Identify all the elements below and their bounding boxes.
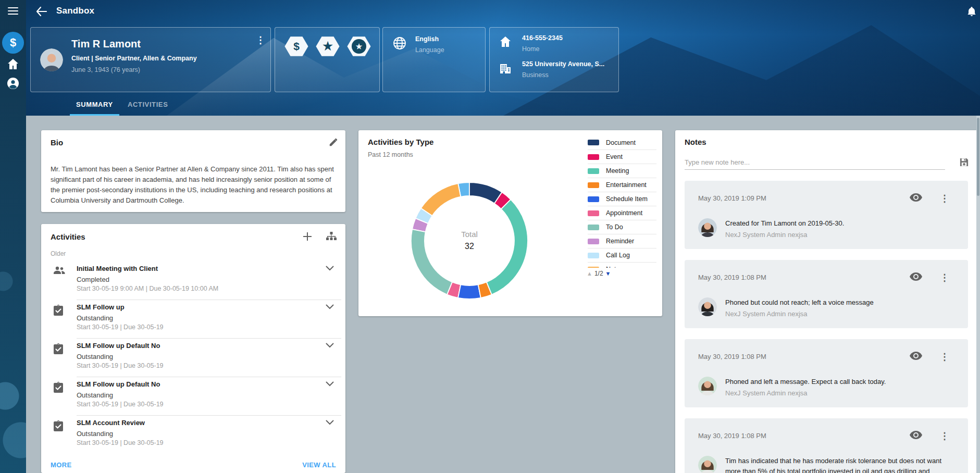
chevron-down-icon[interactable]: [326, 420, 334, 425]
new-note-input[interactable]: [685, 155, 945, 170]
legend-swatch: [588, 168, 599, 174]
vertical-scrollbar[interactable]: [976, 116, 980, 473]
tab-activities[interactable]: ACTIVITIES: [120, 94, 176, 116]
legend-swatch: [588, 196, 599, 202]
note-text: Phoned and left a message. Expect a call…: [725, 377, 952, 398]
legend-label: Schedule Item: [606, 195, 648, 203]
note-text-line: Phoned and left a message. Expect a call…: [725, 378, 886, 385]
chevron-down-icon[interactable]: [326, 381, 334, 387]
edit-pencil-icon[interactable]: [329, 138, 338, 147]
left-sidebar: [0, 0, 26, 473]
dollar-badge-icon[interactable]: [284, 36, 308, 57]
activity-dates: Start 30-05-19 9:00 AM | Due 30-05-19 10…: [77, 285, 218, 292]
contact-card: 416-555-2345 Home 525 University Avenue,…: [489, 27, 619, 92]
legend-swatch: [588, 225, 599, 230]
note-author-avatar: [698, 377, 717, 395]
activities-by-type-card: Activities by Type Past 12 months Total …: [358, 130, 662, 316]
note-menu-icon[interactable]: [940, 352, 949, 362]
activity-list-item[interactable]: Initial Meeting with Client Completed St…: [41, 262, 345, 300]
legend-item-appointment: Appointment: [588, 206, 656, 220]
note-item: May 30, 2019 1:09 PM Created for Tim Lam…: [685, 181, 968, 249]
legend-item-meeting: Meeting: [588, 164, 656, 178]
activity-list-item[interactable]: SLM Follow up Outstanding Start 30-05-19…: [41, 300, 345, 339]
legend-item-reminder: Reminder: [588, 234, 656, 248]
activity-dates: Start 30-05-19 | Due 30-05-19: [77, 323, 164, 331]
activities-card: Activities Older Initial Meeting with Cl…: [41, 224, 345, 473]
note-author-avatar: [698, 218, 717, 237]
eye-visibility-icon[interactable]: [910, 193, 922, 202]
badges-card: [275, 27, 380, 92]
language-value: English: [415, 35, 439, 43]
donut-segment-document[interactable]: [469, 182, 502, 203]
scrollbar-thumb[interactable]: [977, 118, 979, 196]
legend-page-down-icon[interactable]: [605, 270, 611, 277]
note-item: May 30, 2019 1:08 PM Tim has indicated t…: [685, 418, 968, 473]
more-button[interactable]: MORE: [51, 461, 72, 469]
note-menu-icon[interactable]: [940, 272, 949, 283]
activity-status: Outstanding: [77, 391, 113, 399]
chevron-down-icon[interactable]: [326, 343, 334, 348]
note-menu-icon[interactable]: [940, 431, 949, 441]
legend-swatch: [588, 140, 599, 145]
legend-item-to-do: To Do: [588, 220, 656, 234]
sidebar-item-dollar-logo[interactable]: [2, 32, 24, 54]
hierarchy-sitemap-icon[interactable]: [326, 231, 337, 242]
activity-dates: Start 30-05-19 | Due 30-05-19: [77, 362, 164, 369]
legend-page-up-icon[interactable]: [587, 270, 592, 277]
note-menu-icon[interactable]: [940, 193, 949, 204]
donut-segment-meeting[interactable]: [487, 200, 528, 295]
back-arrow-icon[interactable]: [35, 6, 47, 17]
bio-title: Bio: [51, 138, 63, 147]
sidebar-item-home[interactable]: [7, 58, 19, 70]
legend-label: Document: [606, 139, 636, 146]
donut-segment-schedule-item[interactable]: [458, 284, 481, 299]
legend-swatch: [588, 154, 599, 160]
activity-list-item[interactable]: SLM Follow up Default No Outstanding Sta…: [41, 339, 345, 377]
note-author: NexJ System Admin nexjsa: [725, 230, 952, 240]
chart-title: Activities by Type: [368, 138, 433, 146]
activity-list-item[interactable]: SLM Follow up Default No Outstanding Sta…: [41, 377, 345, 416]
legend-label: To Do: [606, 223, 623, 231]
view-all-button[interactable]: VIEW ALL: [302, 461, 336, 469]
legend-item-event: Event: [588, 150, 656, 164]
app-root: Sandbox Tim R Lamont Client | Senior Par…: [0, 0, 980, 473]
notes-list: May 30, 2019 1:09 PM Created for Tim Lam…: [685, 181, 968, 473]
eye-visibility-icon[interactable]: [910, 431, 922, 439]
task-clipboard-icon: [53, 420, 64, 432]
donut-segment-note[interactable]: [421, 183, 461, 216]
add-activity-icon[interactable]: [303, 232, 312, 241]
home-icon: [499, 36, 512, 47]
note-text: Phoned but could not reach; left a voice…: [725, 297, 952, 319]
eye-visibility-icon[interactable]: [910, 352, 922, 360]
notifications-bell-icon[interactable]: [966, 6, 977, 17]
star-badge-icon[interactable]: [316, 36, 340, 57]
legend-item-note: Note: [588, 262, 656, 268]
content-area: Bio Mr. Tim Lamont has been a Senior Par…: [26, 116, 980, 473]
activity-title: SLM Account Review: [77, 419, 145, 427]
activity-list-item[interactable]: SLM Account Review Outstanding Start 30-…: [41, 416, 345, 454]
chevron-down-icon[interactable]: [326, 266, 334, 271]
activity-title: Initial Meeting with Client: [77, 265, 158, 272]
person-card-menu-icon[interactable]: [256, 35, 265, 45]
legend-item-entertainment: Entertainment: [588, 178, 656, 192]
note-author-avatar: [698, 456, 717, 473]
note-author-avatar: [698, 297, 717, 316]
eye-visibility-icon[interactable]: [910, 272, 922, 281]
bio-card: Bio Mr. Tim Lamont has been a Senior Par…: [41, 130, 345, 212]
note-text-line: Created for Tim Lamont on 2019-05-30.: [725, 219, 844, 227]
bio-text: Mr. Tim Lamont has been a Senior Partner…: [51, 164, 338, 206]
tab-summary[interactable]: SUMMARY: [69, 94, 120, 116]
language-label: Language: [415, 46, 444, 54]
hamburger-menu-icon[interactable]: [8, 7, 18, 15]
save-note-icon[interactable]: [959, 157, 969, 167]
profile-header: Sandbox Tim R Lamont Client | Senior Par…: [26, 0, 980, 116]
donut-segment-to-do[interactable]: [411, 229, 452, 294]
legend-pagination: 1/2: [587, 270, 611, 277]
sidebar-item-profile[interactable]: [7, 77, 19, 90]
note-timestamp: May 30, 2019 1:09 PM: [698, 194, 766, 202]
chevron-down-icon[interactable]: [326, 304, 334, 309]
note-item: May 30, 2019 1:08 PM Phoned and left a m…: [685, 339, 968, 407]
star-circle-badge-icon[interactable]: [347, 36, 371, 57]
phone-number[interactable]: 416-555-2345: [522, 34, 563, 42]
address[interactable]: 525 University Avenue, S...: [522, 60, 604, 68]
